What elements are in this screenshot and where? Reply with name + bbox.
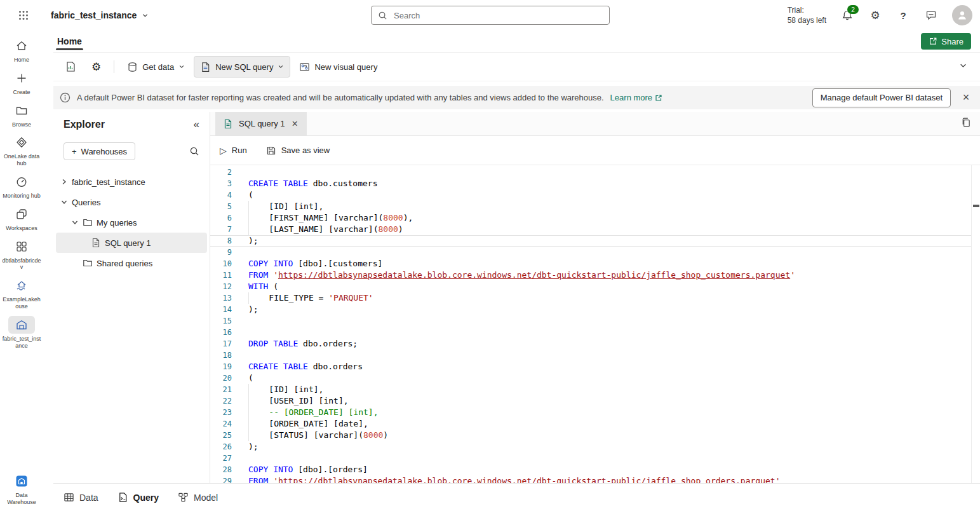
view-tab-data[interactable]: Data — [64, 492, 98, 503]
code-line[interactable]: 15 — [210, 315, 980, 327]
sidebar-item-examplelakehouse[interactable]: ExampleLakehouse — [1, 276, 43, 310]
sidebar-item-workspaces[interactable]: Workspaces — [1, 205, 43, 232]
app-launcher-icon[interactable] — [17, 8, 30, 22]
line-number: 29 — [210, 475, 232, 483]
line-number: 22 — [210, 395, 232, 407]
query-toolbar: ▷ Run Save as view — [210, 136, 980, 165]
tab-sql-query-1[interactable]: SQL query 1 × — [215, 112, 307, 135]
save-as-view-button[interactable]: Save as view — [266, 146, 330, 156]
settings-gear-icon[interactable]: ⚙ — [868, 8, 882, 22]
code-line[interactable]: 25 [STATUS] [varchar](8000) — [210, 430, 980, 441]
line-number: 14 — [210, 304, 232, 315]
feedback-icon[interactable] — [924, 8, 938, 22]
sidebar-item-fabric-test-instance[interactable]: fabric_test_instance — [1, 316, 43, 350]
code-line[interactable]: 20( — [210, 372, 980, 384]
tab-close-icon[interactable]: × — [291, 118, 299, 130]
code-line[interactable]: 22 [USER_ID] [int], — [210, 395, 980, 407]
new-visual-query-button[interactable]: New visual query — [293, 56, 384, 78]
new-sql-query-button[interactable]: New SQL query — [194, 56, 290, 78]
line-number: 7 — [210, 224, 232, 235]
search-input[interactable] — [393, 10, 603, 21]
code-line[interactable]: 12WITH ( — [210, 281, 980, 292]
tree-item-warehouse[interactable]: fabric_test_instance — [56, 172, 207, 192]
sidebar-item-onelake-data-hub[interactable]: OneLake data hub — [1, 133, 43, 167]
sidebar-item-browse[interactable]: Browse — [1, 102, 43, 128]
lakehouse-icon — [8, 276, 35, 294]
search-box[interactable] — [371, 6, 610, 25]
get-data-button[interactable]: Get data — [121, 56, 191, 78]
sidebar-item-home[interactable]: Home — [1, 37, 43, 64]
tree-item-sql-query-1[interactable]: SQL query 1 — [56, 233, 207, 253]
view-tab-query[interactable]: Query — [117, 492, 159, 503]
sql-query-icon — [91, 238, 101, 248]
code-line[interactable]: 21 [ID] [int], — [210, 384, 980, 395]
code-line[interactable]: 8); — [210, 235, 980, 247]
code-line[interactable]: 5 [ID] [int], — [210, 201, 980, 212]
collapse-panel-icon[interactable]: « — [194, 118, 199, 131]
tree-item-queries[interactable]: Queries — [56, 192, 207, 212]
table-grid-icon — [64, 492, 74, 503]
notifications-bell-icon[interactable]: 2 — [840, 8, 854, 22]
tree-item-shared-queries[interactable]: Shared queries — [56, 253, 207, 273]
code-line[interactable]: 10COPY INTO [dbo].[customers] — [210, 258, 980, 269]
code-lines: 23CREATE TABLE dbo.customers4(5 [ID] [in… — [210, 167, 980, 483]
code-line[interactable]: 2 — [210, 167, 980, 178]
code-line[interactable]: 4( — [210, 189, 980, 201]
user-avatar[interactable] — [952, 5, 972, 25]
code-line[interactable]: 28COPY INTO [dbo].[orders] — [210, 464, 980, 475]
workspace-switcher[interactable]: fabric_test_instance — [51, 10, 149, 20]
code-line[interactable]: 7 [LAST_NAME] [varchar](8000) — [210, 224, 980, 235]
code-line[interactable]: 16 — [210, 327, 980, 338]
document-tab-bar: SQL query 1 × — [210, 112, 980, 136]
top-bar-actions: Trial: 58 days left 2 ⚙ ? — [788, 0, 972, 31]
add-warehouses-button[interactable]: + Warehouses — [64, 142, 135, 160]
editor-scrollbar[interactable] — [971, 165, 980, 483]
code-line[interactable]: 26); — [210, 441, 980, 453]
settings-button[interactable]: ⚙ — [85, 56, 107, 78]
ribbon-collapse-chevron-icon[interactable] — [959, 62, 967, 70]
tree-item-my-queries[interactable]: My queries — [56, 212, 207, 233]
tab-home[interactable]: Home — [53, 31, 86, 52]
help-icon[interactable]: ? — [896, 8, 910, 22]
code-line[interactable]: 23 -- [ORDER_DATE] [int], — [210, 407, 980, 418]
sidebar-item-create[interactable]: Create — [1, 69, 43, 96]
line-number: 21 — [210, 384, 232, 395]
line-number: 27 — [210, 453, 232, 464]
sidebar-item-monitoring-hub[interactable]: Monitoring hub — [1, 173, 43, 200]
folder-icon — [8, 102, 35, 119]
code-line[interactable]: 9 — [210, 247, 980, 258]
code-line[interactable]: 17DROP TABLE dbo.orders; — [210, 338, 980, 350]
learn-more-link[interactable]: Learn more — [610, 93, 662, 102]
code-line[interactable]: 18 — [210, 350, 980, 361]
code-line[interactable]: 13 FILE_TYPE = 'PARQUET' — [210, 292, 980, 304]
share-button[interactable]: Share — [921, 33, 971, 50]
code-line[interactable]: 19CREATE TABLE dbo.orders — [210, 361, 980, 372]
code-line[interactable]: 24 [ORDER_DATE] [date], — [210, 418, 980, 430]
workspace-name: fabric_test_instance — [51, 10, 137, 20]
top-bar: fabric_test_instance Trial: 58 days left… — [0, 0, 980, 31]
code-line[interactable]: 29FROM 'https://dbtlabsynapsedatalake.bl… — [210, 475, 980, 483]
data-warehouse-icon — [8, 472, 35, 490]
new-report-button[interactable] — [58, 56, 83, 78]
manage-dataset-button[interactable]: Manage default Power BI dataset — [812, 88, 951, 107]
code-line[interactable]: 11FROM 'https://dbtlabsynapsedatalake.bl… — [210, 269, 980, 281]
chevron-down-icon — [142, 12, 149, 19]
code-editor[interactable]: 23CREATE TABLE dbo.customers4(5 [ID] [in… — [210, 165, 980, 483]
copy-icon[interactable] — [960, 117, 971, 128]
view-tab-model[interactable]: Model — [178, 492, 218, 503]
chevron-right-icon — [60, 178, 68, 186]
line-number: 25 — [210, 430, 232, 441]
banner-close-icon[interactable]: × — [957, 89, 975, 107]
workspace-dbt-icon — [8, 238, 35, 256]
code-line[interactable]: 14); — [210, 304, 980, 315]
line-number: 4 — [210, 189, 232, 201]
code-line[interactable]: 3CREATE TABLE dbo.customers — [210, 178, 980, 189]
run-button[interactable]: ▷ Run — [220, 146, 247, 156]
code-line[interactable]: 27 — [210, 453, 980, 464]
scrollbar-marker — [973, 205, 979, 207]
explorer-search-icon[interactable] — [189, 146, 199, 156]
query-doc-icon — [117, 492, 128, 503]
sidebar-item-dbtlabsfabricdev[interactable]: dbtlabsfabricdev — [1, 238, 43, 271]
code-line[interactable]: 6 [FIRST_NAME] [varchar](8000), — [210, 212, 980, 224]
sidebar-item-data-warehouse[interactable]: Data Warehouse — [1, 472, 43, 506]
